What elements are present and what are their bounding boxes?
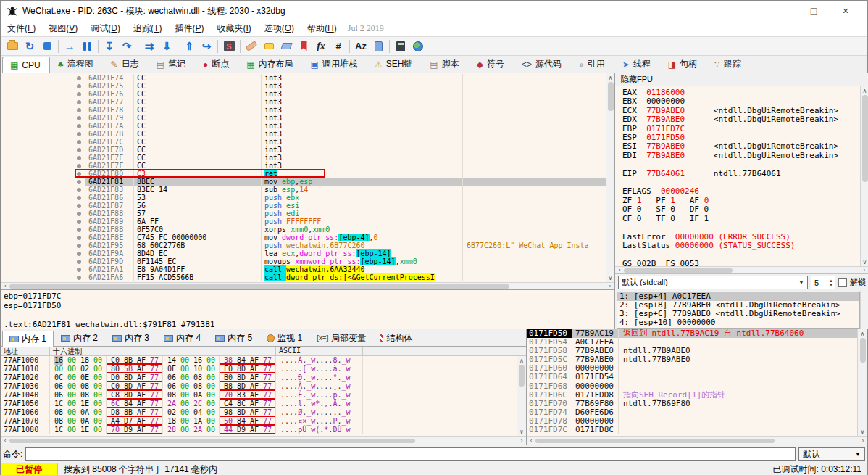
tab-笔记[interactable]: ▤笔记 bbox=[149, 56, 195, 73]
tab-线程[interactable]: ➤线程 bbox=[614, 56, 660, 73]
disasm-row[interactable]: 6AD21F77CCint3 bbox=[1, 98, 606, 106]
dump-hscrollbar[interactable]: ‹ › bbox=[1, 436, 526, 445]
stack-row[interactable]: 0171FD6C0171FDD8指向SEH_Record[1]的指针 bbox=[527, 391, 857, 400]
functions-icon[interactable]: fx bbox=[312, 38, 330, 54]
menu-item[interactable]: 文件(F) bbox=[1, 21, 42, 36]
dump-row[interactable]: 77AF101000000200805BAF770E001000E08DAF77… bbox=[1, 365, 517, 373]
registers-hscrollbar[interactable]: ‹ › bbox=[615, 266, 868, 273]
labels-icon[interactable] bbox=[277, 38, 295, 54]
stack-row[interactable]: 0171FD640171FD54 bbox=[527, 373, 857, 381]
stack-vscrollbar[interactable]: ∧ ∨ bbox=[857, 329, 867, 436]
disasm-row[interactable]: 6AD21F8383EC 14sub esp,14 bbox=[1, 186, 606, 194]
execute-till-return-icon[interactable]: ⇑ bbox=[180, 38, 198, 54]
tab-跟踪[interactable]: ∵跟踪 bbox=[706, 56, 751, 73]
disasm-row[interactable]: 6AD21FA1E8 9A04D1FFcall wechatwin.6AA324… bbox=[1, 265, 606, 273]
dump-tab-监视 1[interactable]: 监视 1 bbox=[259, 330, 309, 346]
tab-源代码[interactable]: <>源代码 bbox=[514, 56, 571, 73]
menu-item[interactable]: 插件(P) bbox=[168, 21, 210, 36]
disasm-row[interactable]: 6AD21F7ACCint3 bbox=[1, 122, 606, 130]
stack-row[interactable]: 0171FD7C0171FD8C bbox=[527, 426, 857, 434]
menu-item[interactable]: 调试(D) bbox=[84, 21, 127, 36]
dump-vscrollbar[interactable]: ∧ ∨ bbox=[517, 356, 526, 436]
tab-调用堆栈[interactable]: ▣调用堆栈 bbox=[303, 56, 367, 73]
dump-tab-内存 5[interactable]: 内存 5 bbox=[208, 330, 259, 346]
strings-icon[interactable]: S bbox=[220, 38, 238, 54]
disasm-row[interactable]: 6AD21F818BECmov ebp,esp bbox=[1, 178, 606, 186]
argument-row[interactable]: 4: [esp+10] 00000000 bbox=[617, 318, 859, 327]
disasm-row[interactable]: 6AD21F8EC745 FC 00000000mov dword ptr ss… bbox=[1, 234, 606, 241]
register-line[interactable]: EDI 77B9ABE0 <ntdll.DbgUiRemoteBreakin> bbox=[622, 152, 860, 160]
dump-row[interactable]: 77AF107008000A00A4D7AF7718001A005084AF77… bbox=[1, 417, 517, 426]
menu-item[interactable]: 视图(V) bbox=[42, 21, 84, 36]
dump-tab-局部变量[interactable]: [x=]局部变量 bbox=[309, 330, 373, 346]
hash-check-icon[interactable]: # bbox=[330, 38, 347, 54]
disasm-row[interactable]: 6AD21F8B0F57C0xorps xmm0,xmm0 bbox=[1, 226, 606, 234]
dump-tab-内存 2[interactable]: 内存 2 bbox=[54, 330, 105, 346]
disasm-row[interactable]: 6AD21F9A8D4D EClea ecx,dword ptr ss:[ebp… bbox=[1, 249, 606, 257]
register-list[interactable]: EAX 01186000EBX 00000000ECX 77B9ABE0 <nt… bbox=[615, 86, 860, 266]
disasm-row[interactable]: 6AD21F9568 60C2776Bpush wechatwin.6B77C2… bbox=[1, 241, 606, 249]
animate-into-icon[interactable]: ⇉ bbox=[141, 38, 158, 54]
dump-row[interactable]: 77AF10501C001E006C84AF772A002C00C48CAF77… bbox=[1, 400, 517, 408]
register-line[interactable]: CF 0 TF 0 IF 1 bbox=[622, 215, 860, 223]
register-line[interactable]: EIP 77B64061 ntdll.77B64061 bbox=[622, 170, 860, 178]
dump-tab-内存 4[interactable]: 内存 4 bbox=[157, 330, 208, 346]
unlock-checkbox[interactable] bbox=[838, 278, 847, 287]
tab-内存布局[interactable]: ▦内存布局 bbox=[238, 56, 302, 73]
tab-流程图[interactable]: ♣流程图 bbox=[50, 56, 103, 73]
dump-row[interactable]: 77AF10200C000E00D08DAF7706000800B08DAF77… bbox=[1, 373, 517, 382]
tab-引用[interactable]: ⌕引用 bbox=[571, 56, 614, 73]
disassembly-hscrollbar[interactable]: ‹ › bbox=[1, 282, 614, 289]
disasm-row[interactable]: 6AD21F896A FFpush FFFFFFFF bbox=[1, 218, 606, 226]
disasm-row[interactable]: 6AD21F9D0F1145 ECmovups xmmword ptr ss:[… bbox=[1, 257, 606, 265]
mnemonic-help-icon[interactable] bbox=[370, 38, 387, 54]
dump-row[interactable]: 77AF103006000800C08DAF7706000800B88DAF77… bbox=[1, 382, 517, 391]
disasm-row[interactable]: 6AD21F8857push edi bbox=[1, 210, 606, 218]
disasm-row[interactable]: 6AD21F78CCint3 bbox=[1, 106, 606, 114]
minimize-button[interactable]: – bbox=[766, 1, 798, 20]
step-over-icon[interactable]: ↷ bbox=[118, 38, 135, 54]
patches-icon[interactable] bbox=[243, 38, 260, 54]
stack-hscrollbar[interactable]: ‹ › bbox=[527, 436, 867, 445]
tab-CPU[interactable]: ▦CPU bbox=[2, 57, 50, 73]
tab-脚本[interactable]: ▤脚本 bbox=[422, 56, 468, 73]
open-file-icon[interactable] bbox=[4, 38, 21, 54]
calculator-icon[interactable] bbox=[392, 38, 409, 54]
dump-row[interactable]: 77AF104006000800C88DAF7708000A007083AF77… bbox=[1, 391, 517, 400]
run-to-user-code-icon[interactable]: ↪ bbox=[198, 38, 215, 54]
comments-icon[interactable] bbox=[260, 38, 277, 54]
run-icon[interactable]: → bbox=[61, 38, 78, 54]
disasm-row[interactable]: 6AD21F75CCint3 bbox=[1, 82, 606, 90]
menu-item[interactable]: 追踪(T) bbox=[127, 21, 168, 36]
registers-vscrollbar[interactable]: ∧ ∨ bbox=[860, 86, 868, 266]
restart-icon[interactable]: ↻ bbox=[21, 38, 38, 54]
tab-断点[interactable]: ●断点 bbox=[195, 56, 238, 73]
command-profile-select[interactable]: 默认▼ bbox=[798, 447, 865, 461]
menu-item[interactable]: 收藏夹(I) bbox=[210, 21, 257, 36]
disasm-row[interactable]: 6AD21F76CCint3 bbox=[1, 90, 606, 98]
step-out-icon[interactable]: ⇓ bbox=[158, 38, 175, 54]
tab-句柄[interactable]: ◨句柄 bbox=[660, 56, 706, 73]
disasm-row[interactable]: 6AD21F7BCCint3 bbox=[1, 130, 606, 138]
case-sensitive-icon[interactable]: Az bbox=[352, 38, 370, 54]
disasm-row[interactable]: 6AD21F7DCCint3 bbox=[1, 146, 606, 154]
bookmarks-icon[interactable] bbox=[295, 38, 312, 54]
stack-row[interactable]: 0171FD6800000000 bbox=[527, 382, 857, 391]
internet-icon[interactable] bbox=[409, 38, 427, 54]
disasm-row[interactable]: 6AD21F7CCCint3 bbox=[1, 138, 606, 146]
register-line[interactable]: LastStatus 00000000 (STATUS_SUCCESS) bbox=[622, 241, 860, 250]
tab-SEH链[interactable]: ⚠SEH链 bbox=[367, 56, 422, 73]
argument-list[interactable]: 1: [esp+4] A0C17EEA2: [esp+8] 77B9ABE0 <… bbox=[617, 292, 860, 329]
register-line[interactable]: GS 002B FS 0053 bbox=[622, 260, 860, 266]
calling-convention-select[interactable]: 默认 (stdcall)▼ bbox=[618, 276, 808, 289]
disasm-row[interactable]: 6AD21F79CCint3 bbox=[1, 114, 606, 122]
hide-fpu-button[interactable]: 隐藏FPU bbox=[615, 73, 868, 86]
disassembly-vscrollbar[interactable]: ∧ ∨ bbox=[606, 73, 614, 282]
disasm-row[interactable]: 6AD21F80C3ret bbox=[1, 170, 606, 178]
dump-tab-结构体[interactable]: 结构体 bbox=[373, 330, 420, 346]
dump-tab-内存 3[interactable]: 内存 3 bbox=[105, 330, 157, 346]
tab-日志[interactable]: ✎日志 bbox=[103, 56, 149, 73]
disasm-row[interactable]: 6AD21F74CCint3 bbox=[1, 74, 606, 82]
disasm-row[interactable]: 6AD21F7FCCint3 bbox=[1, 162, 606, 170]
dump-row[interactable]: 77AF100016001800C08BAF77140016003884AF77… bbox=[1, 356, 517, 365]
